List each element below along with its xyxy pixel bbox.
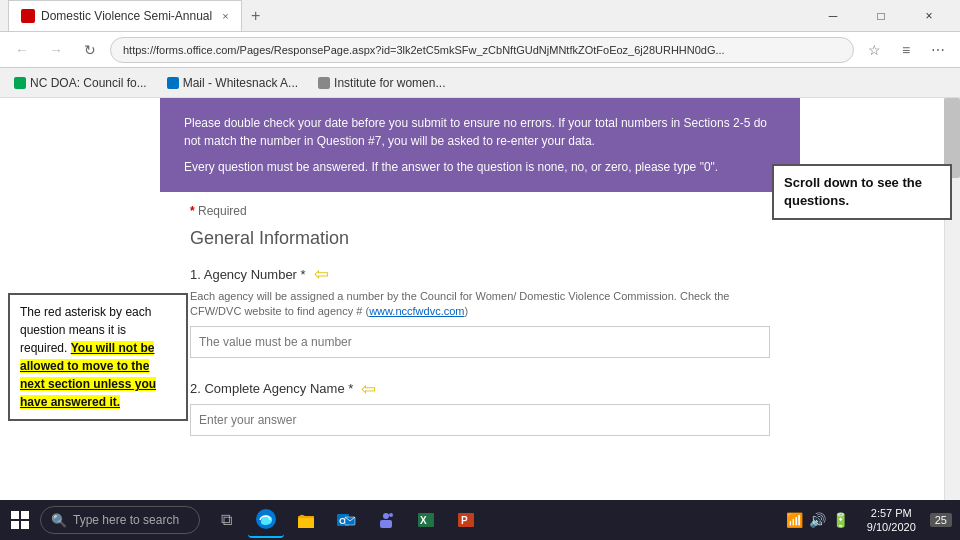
hub-icon[interactable]: ≡ [892,36,920,64]
clock-date: 9/10/2020 [867,520,916,534]
taskbar-search[interactable]: 🔍 Type here to search [40,506,200,534]
search-placeholder: Type here to search [73,513,179,527]
taskbar: 🔍 Type here to search ⧉ O [0,500,960,540]
fav-icon-3 [318,77,330,89]
tab-favicon [21,9,35,23]
q1-link[interactable]: www.nccfwdvc.com [369,305,464,317]
forward-button[interactable]: → [42,36,70,64]
taskbar-edge[interactable] [248,502,284,538]
more-icon[interactable]: ⋯ [924,36,952,64]
svg-rect-2 [298,518,314,528]
window-controls: ─ □ × [810,0,952,32]
question-1-label: 1. Agency Number * ⇦ [190,263,770,285]
fav-item-2[interactable]: Mail - Whitesnack A... [161,74,304,92]
taskbar-teams[interactable] [368,502,404,538]
question-2-label: 2. Complete Agency Name * ⇦ [190,378,770,400]
info-banner: Please double check your date before you… [160,98,800,192]
outlook-icon: O [336,510,356,530]
taskbar-excel[interactable]: X [408,502,444,538]
new-tab-button[interactable]: + [242,2,270,30]
fav-icon-2 [167,77,179,89]
close-button[interactable]: × [906,0,952,32]
arrow-icon-2: ⇦ [361,378,376,400]
taskbar-outlook[interactable]: O [328,502,364,538]
taskbar-fileexplorer[interactable] [288,502,324,538]
browser-content: Please double check your date before you… [0,98,960,500]
svg-point-8 [389,513,393,517]
active-tab[interactable]: Domestic Violence Semi-Annual × [8,0,242,31]
tab-area: Domestic Violence Semi-Annual × + [8,0,270,31]
tooltip-scroll: Scroll down to see the questions. [772,164,952,220]
fav-label-1: NC DOA: Council fo... [30,76,147,90]
svg-text:P: P [461,515,468,526]
question-1-text: 1. Agency Number * [190,267,306,282]
svg-point-6 [383,513,389,519]
back-button[interactable]: ← [8,36,36,64]
volume-icon: 🔊 [809,512,826,528]
banner-line2: Every question must be answered. If the … [184,158,776,176]
url-input[interactable]: https://forms.office.com/Pages/ResponseP… [110,37,854,63]
fileexplorer-icon [296,510,316,530]
question-2-block: 2. Complete Agency Name * ⇦ [190,378,770,436]
title-bar: Domestic Violence Semi-Annual × + ─ □ × [0,0,960,32]
start-button[interactable] [0,500,40,540]
fav-label-2: Mail - Whitesnack A... [183,76,298,90]
windows-logo [11,511,29,529]
address-icons: ☆ ≡ ⋯ [860,36,952,64]
fav-label-3: Institute for women... [334,76,445,90]
favorites-icon[interactable]: ☆ [860,36,888,64]
address-bar: ← → ↻ https://forms.office.com/Pages/Res… [0,32,960,68]
question-1-block: 1. Agency Number * ⇦ Each agency will be… [190,263,770,358]
banner-line1: Please double check your date before you… [184,114,776,150]
svg-rect-7 [380,520,392,528]
page-num-badge: 25 [930,513,952,527]
search-icon: 🔍 [51,513,67,528]
url-text: https://forms.office.com/Pages/ResponseP… [123,44,725,56]
question-2-input[interactable] [190,404,770,436]
network-icon: 📶 [786,512,803,528]
refresh-button[interactable]: ↻ [76,36,104,64]
powerpoint-icon: P [456,510,476,530]
required-text: Required [198,204,247,218]
tab-label: Domestic Violence Semi-Annual [41,9,212,23]
scroll-track[interactable] [944,98,960,500]
tab-close-button[interactable]: × [222,10,228,22]
required-note: * Required [190,204,770,218]
fav-icon-1 [14,77,26,89]
maximize-button[interactable]: □ [858,0,904,32]
form-area: * Required General Information 1. Agency… [160,192,800,468]
clock-time: 2:57 PM [871,506,912,520]
tooltip-asterisk: The red asterisk by each question means … [8,293,188,421]
question-2-text: 2. Complete Agency Name * [190,381,353,396]
taskbar-items: ⧉ O [200,502,492,538]
battery-icon: 🔋 [832,512,849,528]
excel-icon: X [416,510,436,530]
svg-text:X: X [420,515,427,526]
question-1-input[interactable] [190,326,770,358]
edge-icon [255,508,277,530]
section-title: General Information [190,228,770,249]
minimize-button[interactable]: ─ [810,0,856,32]
question-1-desc: Each agency will be assigned a number by… [190,289,770,320]
taskview-button[interactable]: ⧉ [208,502,244,538]
sys-icons: 📶 🔊 🔋 [778,512,857,528]
teams-icon [376,510,396,530]
tooltip-scroll-text: Scroll down to see the questions. [784,175,922,208]
taskbar-sys: 📶 🔊 🔋 2:57 PM 9/10/2020 25 [778,506,960,535]
favorites-bar: NC DOA: Council fo... Mail - Whitesnack … [0,68,960,98]
time-block[interactable]: 2:57 PM 9/10/2020 [861,506,922,535]
fav-item-1[interactable]: NC DOA: Council fo... [8,74,153,92]
arrow-icon-1: ⇦ [314,263,329,285]
required-star: * [190,204,195,218]
taskbar-powerpoint[interactable]: P [448,502,484,538]
fav-item-3[interactable]: Institute for women... [312,74,451,92]
